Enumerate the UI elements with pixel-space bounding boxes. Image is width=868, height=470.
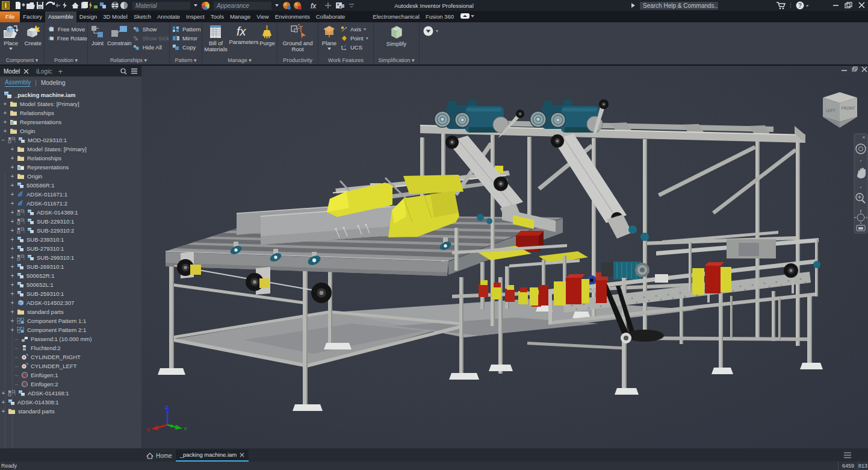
svg-text:X: X: [146, 427, 150, 433]
svg-text:LEFT: LEFT: [826, 108, 835, 113]
svg-text:fx: fx: [237, 25, 247, 38]
svg-text:FRONT: FRONT: [842, 106, 855, 110]
svg-text:Y: Y: [184, 426, 187, 432]
svg-text:?: ?: [798, 2, 802, 9]
svg-text:Z: Z: [165, 404, 169, 410]
